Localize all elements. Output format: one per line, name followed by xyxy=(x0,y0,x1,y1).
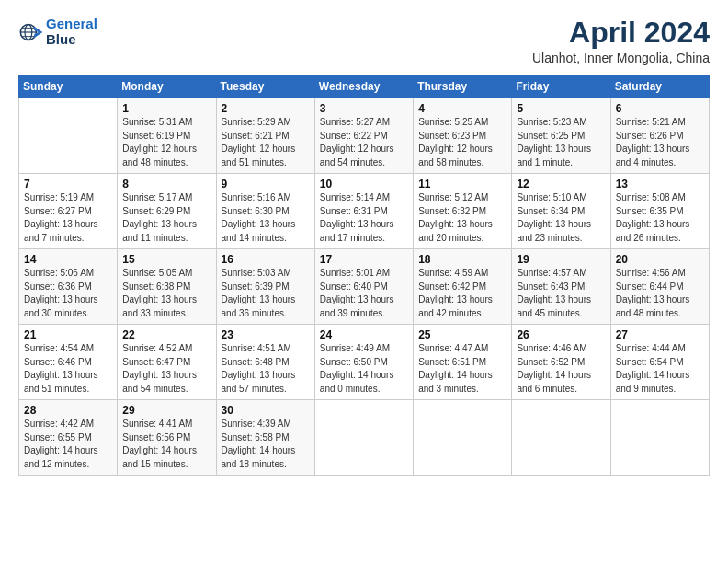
day-info: Sunrise: 5:03 AMSunset: 6:39 PMDaylight:… xyxy=(222,267,310,320)
calendar-week-row: 14Sunrise: 5:06 AMSunset: 6:36 PMDayligh… xyxy=(19,249,710,325)
calendar-cell: 2Sunrise: 5:29 AMSunset: 6:21 PMDaylight… xyxy=(216,98,314,174)
day-number: 14 xyxy=(24,253,112,266)
day-info: Sunrise: 4:46 AMSunset: 6:52 PMDaylight:… xyxy=(517,342,605,396)
calendar-cell: 18Sunrise: 4:59 AMSunset: 6:42 PMDayligh… xyxy=(414,249,512,325)
calendar-cell: 10Sunrise: 5:14 AMSunset: 6:31 PMDayligh… xyxy=(314,174,413,249)
day-number: 22 xyxy=(122,328,210,341)
calendar-cell: 1Sunrise: 5:31 AMSunset: 6:19 PMDaylight… xyxy=(118,98,216,174)
subtitle: Ulanhot, Inner Mongolia, China xyxy=(532,51,710,65)
day-number: 18 xyxy=(418,253,506,266)
calendar-cell: 15Sunrise: 5:05 AMSunset: 6:38 PMDayligh… xyxy=(118,249,216,325)
weekday-header: Friday xyxy=(512,75,610,98)
logo-icon xyxy=(18,19,44,45)
day-number: 1 xyxy=(122,102,210,115)
day-info: Sunrise: 5:14 AMSunset: 6:31 PMDaylight:… xyxy=(320,191,408,245)
calendar-week-row: 21Sunrise: 4:54 AMSunset: 6:46 PMDayligh… xyxy=(19,325,710,400)
calendar-cell xyxy=(512,400,610,476)
day-info: Sunrise: 5:12 AMSunset: 6:32 PMDaylight:… xyxy=(418,191,506,245)
calendar-cell: 4Sunrise: 5:25 AMSunset: 6:23 PMDaylight… xyxy=(414,98,512,174)
day-info: Sunrise: 4:56 AMSunset: 6:44 PMDaylight:… xyxy=(616,267,704,320)
calendar-cell: 17Sunrise: 5:01 AMSunset: 6:40 PMDayligh… xyxy=(314,249,413,325)
calendar-cell: 12Sunrise: 5:10 AMSunset: 6:34 PMDayligh… xyxy=(512,174,610,249)
logo: General Blue xyxy=(18,17,97,47)
day-number: 12 xyxy=(517,178,605,190)
calendar-cell: 13Sunrise: 5:08 AMSunset: 6:35 PMDayligh… xyxy=(610,174,709,249)
title-block: April 2024 Ulanhot, Inner Mongolia, Chin… xyxy=(532,17,710,65)
calendar-cell: 6Sunrise: 5:21 AMSunset: 6:26 PMDaylight… xyxy=(610,98,709,174)
day-number: 3 xyxy=(320,102,408,115)
day-info: Sunrise: 4:51 AMSunset: 6:48 PMDaylight:… xyxy=(222,342,310,396)
day-number: 10 xyxy=(320,178,408,190)
day-number: 28 xyxy=(24,404,112,417)
day-info: Sunrise: 5:23 AMSunset: 6:25 PMDaylight:… xyxy=(517,116,605,169)
calendar-cell: 3Sunrise: 5:27 AMSunset: 6:22 PMDaylight… xyxy=(314,98,413,174)
day-number: 16 xyxy=(222,253,310,266)
weekday-header: Sunday xyxy=(19,75,118,98)
calendar-header-row: SundayMondayTuesdayWednesdayThursdayFrid… xyxy=(19,75,710,98)
calendar-cell: 30Sunrise: 4:39 AMSunset: 6:58 PMDayligh… xyxy=(216,400,314,476)
calendar-cell: 27Sunrise: 4:44 AMSunset: 6:54 PMDayligh… xyxy=(610,325,709,400)
day-number: 4 xyxy=(418,102,506,115)
calendar-cell: 24Sunrise: 4:49 AMSunset: 6:50 PMDayligh… xyxy=(314,325,413,400)
calendar-cell: 25Sunrise: 4:47 AMSunset: 6:51 PMDayligh… xyxy=(414,325,512,400)
calendar-cell: 29Sunrise: 4:41 AMSunset: 6:56 PMDayligh… xyxy=(118,400,216,476)
calendar-cell: 28Sunrise: 4:42 AMSunset: 6:55 PMDayligh… xyxy=(19,400,118,476)
day-info: Sunrise: 4:57 AMSunset: 6:43 PMDaylight:… xyxy=(517,267,605,320)
day-info: Sunrise: 5:06 AMSunset: 6:36 PMDaylight:… xyxy=(24,267,112,320)
day-number: 30 xyxy=(222,404,310,417)
day-number: 7 xyxy=(24,178,112,190)
calendar-cell: 23Sunrise: 4:51 AMSunset: 6:48 PMDayligh… xyxy=(216,325,314,400)
day-info: Sunrise: 5:17 AMSunset: 6:29 PMDaylight:… xyxy=(122,191,210,245)
day-info: Sunrise: 5:19 AMSunset: 6:27 PMDaylight:… xyxy=(24,191,112,245)
day-info: Sunrise: 5:29 AMSunset: 6:21 PMDaylight:… xyxy=(222,116,310,169)
day-number: 25 xyxy=(418,328,506,341)
day-info: Sunrise: 4:49 AMSunset: 6:50 PMDaylight:… xyxy=(320,342,408,396)
day-info: Sunrise: 4:52 AMSunset: 6:47 PMDaylight:… xyxy=(122,342,210,396)
calendar-cell: 21Sunrise: 4:54 AMSunset: 6:46 PMDayligh… xyxy=(19,325,118,400)
day-number: 11 xyxy=(418,178,506,190)
calendar-cell xyxy=(414,400,512,476)
day-number: 17 xyxy=(320,253,408,266)
calendar-week-row: 28Sunrise: 4:42 AMSunset: 6:55 PMDayligh… xyxy=(19,400,710,476)
day-number: 2 xyxy=(222,102,310,115)
calendar-cell: 9Sunrise: 5:16 AMSunset: 6:30 PMDaylight… xyxy=(216,174,314,249)
weekday-header: Wednesday xyxy=(314,75,413,98)
day-info: Sunrise: 4:47 AMSunset: 6:51 PMDaylight:… xyxy=(418,342,506,396)
day-info: Sunrise: 4:41 AMSunset: 6:56 PMDaylight:… xyxy=(122,418,210,471)
day-info: Sunrise: 5:31 AMSunset: 6:19 PMDaylight:… xyxy=(122,116,210,169)
calendar-cell: 7Sunrise: 5:19 AMSunset: 6:27 PMDaylight… xyxy=(19,174,118,249)
calendar-cell: 14Sunrise: 5:06 AMSunset: 6:36 PMDayligh… xyxy=(19,249,118,325)
weekday-header: Tuesday xyxy=(216,75,314,98)
day-info: Sunrise: 4:54 AMSunset: 6:46 PMDaylight:… xyxy=(24,342,112,396)
day-number: 8 xyxy=(122,178,210,190)
day-info: Sunrise: 5:27 AMSunset: 6:22 PMDaylight:… xyxy=(320,116,408,169)
day-info: Sunrise: 5:16 AMSunset: 6:30 PMDaylight:… xyxy=(222,191,310,245)
calendar-cell xyxy=(314,400,413,476)
weekday-header: Thursday xyxy=(414,75,512,98)
day-number: 15 xyxy=(122,253,210,266)
header: General Blue April 2024 Ulanhot, Inner M… xyxy=(18,17,710,65)
page: General Blue April 2024 Ulanhot, Inner M… xyxy=(0,0,728,563)
day-info: Sunrise: 4:42 AMSunset: 6:55 PMDaylight:… xyxy=(24,418,112,471)
day-info: Sunrise: 5:05 AMSunset: 6:38 PMDaylight:… xyxy=(122,267,210,320)
day-number: 29 xyxy=(122,404,210,417)
calendar-cell: 8Sunrise: 5:17 AMSunset: 6:29 PMDaylight… xyxy=(118,174,216,249)
day-number: 6 xyxy=(616,102,704,115)
day-info: Sunrise: 5:25 AMSunset: 6:23 PMDaylight:… xyxy=(418,116,506,169)
day-number: 24 xyxy=(320,328,408,341)
day-number: 26 xyxy=(517,328,605,341)
calendar-cell: 11Sunrise: 5:12 AMSunset: 6:32 PMDayligh… xyxy=(414,174,512,249)
calendar-week-row: 1Sunrise: 5:31 AMSunset: 6:19 PMDaylight… xyxy=(19,98,710,174)
day-number: 9 xyxy=(222,178,310,190)
day-info: Sunrise: 4:39 AMSunset: 6:58 PMDaylight:… xyxy=(222,418,310,471)
day-number: 21 xyxy=(24,328,112,341)
calendar-cell: 5Sunrise: 5:23 AMSunset: 6:25 PMDaylight… xyxy=(512,98,610,174)
calendar-cell xyxy=(610,400,709,476)
calendar-cell: 19Sunrise: 4:57 AMSunset: 6:43 PMDayligh… xyxy=(512,249,610,325)
main-title: April 2024 xyxy=(532,17,710,49)
day-info: Sunrise: 5:10 AMSunset: 6:34 PMDaylight:… xyxy=(517,191,605,245)
day-info: Sunrise: 4:44 AMSunset: 6:54 PMDaylight:… xyxy=(616,342,704,396)
day-number: 5 xyxy=(517,102,605,115)
calendar-cell: 16Sunrise: 5:03 AMSunset: 6:39 PMDayligh… xyxy=(216,249,314,325)
calendar-cell: 26Sunrise: 4:46 AMSunset: 6:52 PMDayligh… xyxy=(512,325,610,400)
